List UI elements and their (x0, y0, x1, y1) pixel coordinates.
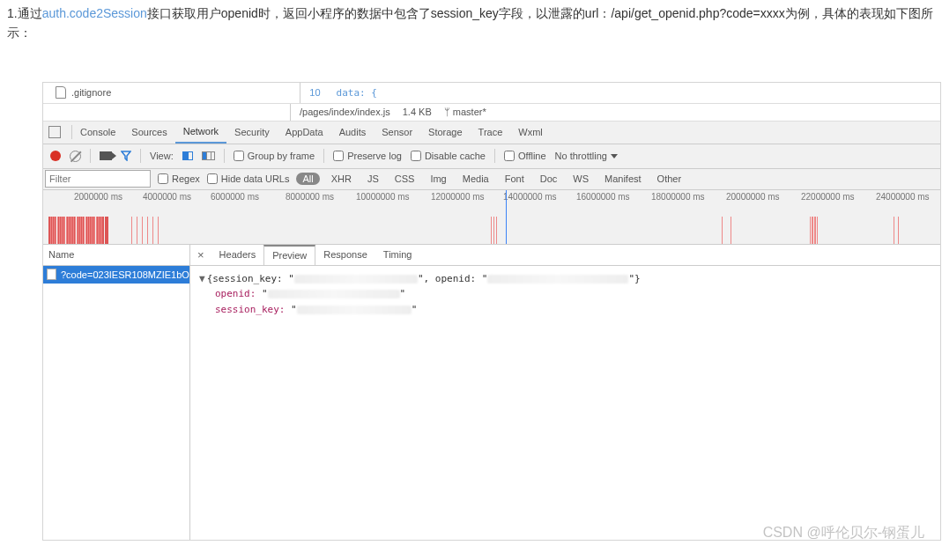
timeline-tick-label: 2000000 ms (74, 192, 122, 202)
separator (323, 149, 324, 163)
timeline-tick-label: 24000000 ms (876, 192, 930, 202)
inspect-icon[interactable] (48, 126, 61, 138)
timeline-tick-label: 4000000 ms (143, 192, 191, 202)
tab-security[interactable]: Security (226, 122, 278, 144)
throttling-dropdown[interactable]: No throttling (555, 151, 618, 161)
tab-sources[interactable]: Sources (123, 122, 174, 144)
timeline-tick-label: 22000000 ms (801, 192, 855, 202)
intro-prefix: 1.通过 (7, 6, 42, 20)
tab-wxml[interactable]: Wxml (510, 122, 551, 144)
detail-tabs: × Headers Preview Response Timing (190, 245, 940, 266)
filter-type-img[interactable]: Img (426, 172, 450, 186)
filter-type-all[interactable]: All (296, 173, 319, 185)
filter-type-media[interactable]: Media (458, 172, 493, 186)
filter-type-doc[interactable]: Doc (536, 172, 562, 186)
detail-tab-response[interactable]: Response (315, 245, 375, 265)
view-label: View: (150, 151, 174, 161)
file-name: .gitignore (71, 87, 111, 98)
redacted-value (294, 275, 418, 284)
detail-tab-preview[interactable]: Preview (263, 245, 315, 265)
network-toolbar: View: Group by frame Preserve log Disabl… (43, 144, 940, 169)
detail-tab-headers[interactable]: Headers (211, 245, 264, 265)
filter-type-other[interactable]: Other (653, 172, 686, 186)
filter-type-css[interactable]: CSS (390, 172, 419, 186)
timeline-tick-label: 16000000 ms (576, 192, 630, 202)
request-detail-panel: × Headers Preview Response Timing ▼{sess… (190, 245, 940, 540)
intro-paragraph: 1.通过auth.code2Session接口获取用户openid时，返回小程序… (0, 0, 942, 47)
record-icon[interactable] (50, 151, 61, 161)
preserve-log-checkbox[interactable]: Preserve log (333, 151, 402, 161)
file-tab[interactable]: .gitignore (43, 83, 123, 103)
filter-type-font[interactable]: Font (501, 172, 529, 186)
main-tabs: Console Sources Network Security AppData… (43, 122, 940, 144)
timeline-tick-label: 12000000 ms (431, 192, 485, 202)
line-number: 10 (309, 87, 320, 98)
separator (140, 149, 141, 163)
clear-icon[interactable] (70, 151, 81, 162)
redacted-value (297, 306, 412, 314)
json-field-session-key[interactable]: session_key: "" (199, 302, 931, 318)
name-column-header[interactable]: Name (43, 245, 189, 266)
json-root[interactable]: ▼{session_key: "", openid: ""} (199, 271, 931, 287)
disable-cache-checkbox[interactable]: Disable cache (411, 151, 486, 161)
filter-type-js[interactable]: JS (363, 172, 383, 186)
separator (494, 149, 495, 163)
filter-type-ws[interactable]: WS (568, 172, 593, 186)
large-rows-icon[interactable] (182, 151, 193, 160)
request-row-selected[interactable]: ?code=023IESR108MZIE1bOIQ... (43, 266, 189, 284)
timeline-overview[interactable]: 2000000 ms4000000 ms6000000 ms8000000 ms… (43, 190, 940, 245)
filter-row: Regex Hide data URLs All XHR JS CSS Img … (43, 169, 940, 190)
data-snippet: data: { (337, 87, 377, 99)
file-icon (56, 86, 66, 99)
timeline-tick-label: 10000000 ms (356, 192, 410, 202)
tab-network[interactable]: Network (175, 122, 226, 144)
file-info-strip: 10 data: { (300, 83, 377, 103)
redacted-value (268, 290, 400, 298)
file-meta: /pages/index/index.js 1.4 KB ᛘ master* (290, 104, 486, 121)
separator (224, 149, 225, 163)
filter-type-manifest[interactable]: Manifest (600, 172, 646, 186)
timeline-tick-label: 6000000 ms (211, 192, 259, 202)
file-tabbar: .gitignore 10 data: { (43, 83, 940, 104)
document-icon (47, 269, 56, 280)
timeline-tick-label: 20000000 ms (726, 192, 780, 202)
offline-checkbox[interactable]: Offline (504, 151, 546, 161)
json-field-openid[interactable]: openid: "" (199, 286, 931, 302)
timeline-tick-label: 8000000 ms (286, 192, 334, 202)
timeline-cursor (506, 190, 507, 244)
file-meta-row: /pages/index/index.js 1.4 KB ᛘ master* (43, 104, 940, 122)
devtools-panel: .gitignore 10 data: { /pages/index/index… (42, 82, 941, 541)
request-split-view: Name ?code=023IESR108MZIE1bOIQ... × Head… (43, 245, 940, 540)
hide-data-urls-checkbox[interactable]: Hide data URLs (207, 173, 290, 184)
tab-storage[interactable]: Storage (420, 122, 471, 144)
tab-appdata[interactable]: AppData (278, 122, 331, 144)
request-name: ?code=023IESR108MZIE1bOIQ... (61, 269, 189, 280)
filter-input[interactable] (45, 170, 151, 188)
branch-icon: ᛘ master* (444, 107, 486, 117)
chevron-down-icon (611, 154, 618, 158)
group-by-frame-checkbox[interactable]: Group by frame (234, 151, 315, 161)
auth-link[interactable]: auth.code2Session (42, 6, 147, 20)
timeline-waterfall (43, 215, 940, 245)
tab-sensor[interactable]: Sensor (374, 122, 420, 144)
branch-name: master* (453, 107, 486, 117)
request-name-column: Name ?code=023IESR108MZIE1bOIQ... (43, 245, 190, 540)
filter-type-xhr[interactable]: XHR (327, 172, 356, 186)
preview-content: ▼{session_key: "", openid: ""} openid: "… (190, 266, 940, 323)
tab-trace[interactable]: Trace (471, 122, 511, 144)
separator (90, 149, 91, 163)
detail-tab-timing[interactable]: Timing (375, 245, 420, 265)
tab-audits[interactable]: Audits (331, 122, 375, 144)
filter-icon[interactable] (121, 151, 131, 161)
regex-checkbox[interactable]: Regex (158, 173, 200, 184)
tab-console[interactable]: Console (72, 122, 123, 144)
timeline-tick-label: 18000000 ms (651, 192, 705, 202)
timeline-labels: 2000000 ms4000000 ms6000000 ms8000000 ms… (43, 190, 940, 203)
expand-icon[interactable]: ▼ (199, 273, 205, 284)
close-icon[interactable]: × (190, 248, 211, 262)
file-path: /pages/index/index.js (300, 107, 390, 117)
small-rows-icon[interactable] (202, 151, 215, 160)
file-size: 1.4 KB (403, 107, 432, 117)
redacted-value (487, 275, 628, 284)
camera-icon[interactable] (100, 151, 112, 160)
